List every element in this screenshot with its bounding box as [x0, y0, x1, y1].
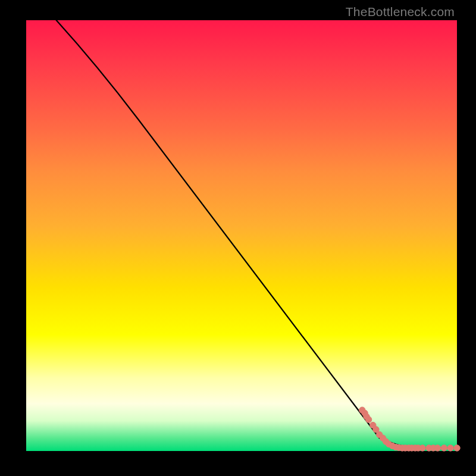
data-points-group — [359, 407, 461, 451]
chart-container: TheBottleneck.com — [0, 0, 476, 476]
plot-area — [26, 20, 457, 451]
data-point — [441, 445, 447, 451]
data-point — [434, 445, 440, 451]
data-point — [454, 445, 460, 451]
data-point — [365, 416, 371, 422]
data-point — [419, 445, 425, 451]
chart-overlay — [26, 20, 457, 451]
data-point — [447, 445, 453, 451]
curve-line — [57, 20, 457, 448]
credit-label: TheBottleneck.com — [346, 5, 455, 19]
